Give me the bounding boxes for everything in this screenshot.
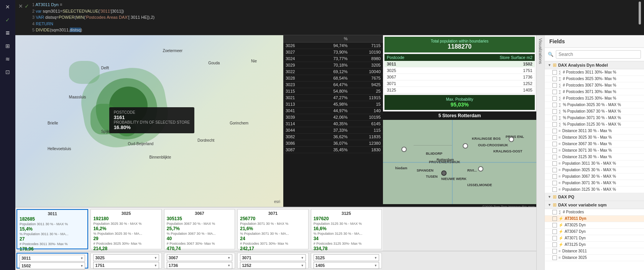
store-card[interactable]: 3125 197620 Population 3125 30 % - MAX %… xyxy=(311,209,382,249)
table-row[interactable]: 311440,35%6145 xyxy=(283,120,383,127)
table-row[interactable]: 308236,62%11835 xyxy=(283,133,383,140)
table-row[interactable]: 302970,18%3205 xyxy=(283,62,383,68)
field-item[interactable]: ⚡ AT3011 Dyn xyxy=(545,216,644,222)
field-item[interactable]: ≡ Population 3025 30 % - MAX % xyxy=(545,167,644,173)
close-button[interactable]: ✕ xyxy=(2,2,14,12)
field-item[interactable]: ≡ Population 3067 30 % - MAX % xyxy=(545,173,644,180)
table-row[interactable]: 304437,33%115 xyxy=(283,127,383,133)
fields-search-input[interactable] xyxy=(556,50,641,59)
field-checkbox[interactable] xyxy=(552,70,557,75)
store-card[interactable]: 3067 305135 Population 3067 30 % - MAX %… xyxy=(164,209,235,249)
data-table-container[interactable]: % 302694,74%7115302773,90%10190302473,77… xyxy=(283,35,383,207)
dropdown-card[interactable]: 3067 ▼ 1736 ▼ xyxy=(164,253,235,268)
menu-icon[interactable]: ≡ xyxy=(2,28,14,38)
store-card[interactable]: 3071 256770 Population 3071 30 % - MAX %… xyxy=(237,209,308,249)
field-item[interactable]: ⚡ AT3067 Dyn xyxy=(545,229,644,235)
field-checkbox[interactable] xyxy=(552,103,557,107)
dropdown-value[interactable]: 1502 ▼ xyxy=(20,262,85,269)
field-checkbox[interactable] xyxy=(552,168,557,172)
dropdown-postcode[interactable]: 3011 ▼ xyxy=(20,255,85,262)
field-checkbox[interactable] xyxy=(552,77,557,81)
field-item[interactable]: ⚡ AT3025 Dyn xyxy=(545,222,644,229)
table-row[interactable]: 311345,98%15 xyxy=(283,101,383,107)
field-checkbox[interactable] xyxy=(552,83,557,88)
table-row[interactable]: 303942,06%10195 xyxy=(283,114,383,120)
field-checkbox[interactable] xyxy=(552,255,557,260)
field-checkbox[interactable] xyxy=(552,223,557,227)
field-checkbox[interactable] xyxy=(552,148,557,153)
square-icon[interactable]: ⊡ xyxy=(2,67,14,77)
dropdown-postcode[interactable]: 3067 ▼ xyxy=(167,254,232,261)
fields-section-header[interactable]: ▼ ⊞ DAX PQ xyxy=(545,193,644,201)
table-row[interactable]: 302694,74%7115 xyxy=(283,42,383,49)
lines-icon[interactable]: ≋ xyxy=(2,54,14,64)
field-item[interactable]: ∑ # Postcodes 3071 30%- Max % xyxy=(545,89,644,95)
dropdown-value[interactable]: 1405 ▼ xyxy=(314,262,379,269)
table-row[interactable]: 302269,12%10040 xyxy=(283,68,383,75)
table-row[interactable]: 302473,77%8980 xyxy=(283,55,383,62)
field-checkbox[interactable] xyxy=(552,236,557,241)
field-item[interactable]: ⚡ AT3125 Dyn xyxy=(545,242,644,248)
table-row[interactable]: 302868,54%7675 xyxy=(283,75,383,81)
dropdown-value[interactable]: 1252 ▼ xyxy=(240,262,306,269)
cancel-icon[interactable]: ✕ xyxy=(18,2,23,10)
dropdown-value[interactable]: 1751 ▼ xyxy=(93,262,159,269)
field-checkbox[interactable] xyxy=(552,242,557,247)
confirm-icon[interactable]: ✓ xyxy=(25,2,29,10)
dropdown-card[interactable]: 3025 ▼ 1751 ▼ xyxy=(90,253,161,268)
table-row[interactable]: 304144,97%140 xyxy=(283,107,383,114)
grid-icon[interactable]: ⊞ xyxy=(2,41,14,51)
postcode-surface-row[interactable]: 31251405 xyxy=(384,87,535,93)
field-item[interactable]: ∑ # Postcodes xyxy=(545,209,644,216)
dropdown-postcode[interactable]: 3025 ▼ xyxy=(93,254,159,261)
field-item[interactable]: ≡ Distance 3025 30 % - Max % xyxy=(545,134,644,141)
field-checkbox[interactable] xyxy=(552,96,557,101)
field-checkbox[interactable] xyxy=(552,229,557,234)
table-row[interactable]: 302364,47%9425 xyxy=(283,81,383,88)
field-item[interactable]: ≡ Population 3011 30 % - MAX % xyxy=(545,160,644,167)
field-item[interactable]: ∑ # Postcodes 3025 30%- Max % xyxy=(545,76,644,82)
postcode-surface-row[interactable]: 30671736 xyxy=(384,74,535,80)
field-checkbox[interactable] xyxy=(552,161,557,166)
field-item[interactable]: ∑ % Population 3025 30 % - MAX % xyxy=(545,102,644,108)
store-map-bg[interactable]: RotterdamKRALINGSE BOSPRINS ENLOUD-CROOS… xyxy=(383,120,536,204)
dropdown-card[interactable]: 3011 ▼ 1502 ▼ xyxy=(16,253,88,268)
field-checkbox[interactable] xyxy=(552,187,557,192)
field-item[interactable]: ≡ Population 3071 30 % - MAX % xyxy=(545,180,644,187)
table-row[interactable]: 311554,80%25 xyxy=(283,88,383,94)
field-checkbox[interactable] xyxy=(552,181,557,185)
field-checkbox[interactable] xyxy=(552,210,557,214)
field-item[interactable]: ≡ Distance 3067 30 % - Max % xyxy=(545,141,644,147)
field-item[interactable]: ⚡ AT3071 Dyn xyxy=(545,235,644,242)
field-checkbox[interactable] xyxy=(552,129,557,133)
store-dot[interactable] xyxy=(401,147,407,152)
visualizations-label[interactable]: Visualizations xyxy=(536,35,544,270)
field-checkbox[interactable] xyxy=(552,174,557,179)
dropdown-postcode[interactable]: 3125 ▼ xyxy=(314,254,379,261)
dropdown-postcode[interactable]: 3071 ▼ xyxy=(240,254,306,261)
dropdown-card[interactable]: 3125 ▼ 1405 ▼ xyxy=(311,253,382,268)
store-dot[interactable] xyxy=(478,166,483,172)
field-checkbox[interactable] xyxy=(552,216,557,221)
store-card[interactable]: 3025 192180 Population 3025 30 % - MAX %… xyxy=(90,209,161,249)
table-row[interactable]: 302773,90%10190 xyxy=(283,49,383,55)
store-dot[interactable] xyxy=(441,170,447,176)
map-container[interactable]: Zoetermeer Delft Gouda Nie Maassluis Bri… xyxy=(15,35,283,207)
field-checkbox[interactable] xyxy=(552,135,557,140)
field-item[interactable]: ≡ Distance 3025 xyxy=(545,255,644,261)
field-item[interactable]: ∑ % Population 3067 30 % - MAX % xyxy=(545,108,644,115)
postcode-surface-row[interactable]: 30111502 xyxy=(384,61,535,67)
store-dot[interactable] xyxy=(509,137,514,142)
field-item[interactable]: ≡ Distance 3011 30 % - Max % xyxy=(545,128,644,134)
field-checkbox[interactable] xyxy=(552,122,557,127)
fields-section-header[interactable]: ▼ ⊞ DAX Analysis Dyn Model xyxy=(545,61,644,69)
field-item[interactable]: ∑ % Population 3125 30 % - MAX % xyxy=(545,121,644,128)
field-item[interactable]: ≡ Distance 3125 30 % - Max % xyxy=(545,154,644,160)
fields-section-header[interactable]: ▼ ⊞ DAX voor variabele sqm xyxy=(545,201,644,209)
postcode-surface-row[interactable]: 30711252 xyxy=(384,80,535,87)
field-checkbox[interactable] xyxy=(552,90,557,94)
field-checkbox[interactable] xyxy=(552,142,557,146)
store-card[interactable]: 3011 182685 Population 3011 30 % - MAX %… xyxy=(16,209,88,249)
field-checkbox[interactable] xyxy=(552,116,557,120)
field-item[interactable]: ≡ Distance 3011 xyxy=(545,248,644,255)
